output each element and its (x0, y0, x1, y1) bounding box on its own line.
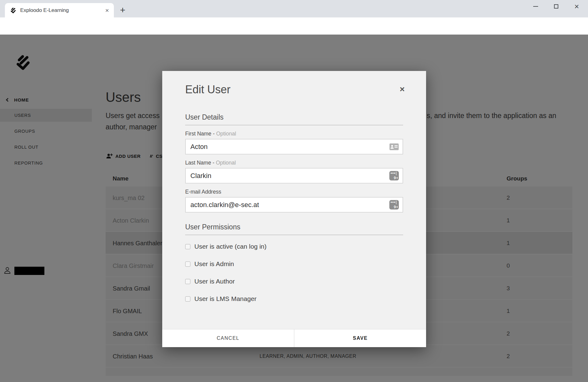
browser-tab[interactable]: Exploodo E-Learning × (5, 3, 114, 17)
checkbox-user-admin[interactable]: User is Admin (185, 260, 403, 268)
last-name-input[interactable] (190, 172, 389, 180)
exploodo-logo-icon (10, 7, 17, 14)
email-field-wrap: •••| 9+ (185, 197, 403, 213)
checkbox-label: User is LMS Manager (194, 295, 257, 302)
email-label: E-mail Address (185, 189, 403, 195)
minimize-icon (533, 6, 538, 7)
autofill-9plus-icon[interactable]: •••| 9+ (389, 171, 399, 180)
email-input[interactable] (190, 201, 389, 209)
checkbox-icon[interactable] (185, 261, 190, 267)
autofill-9plus-icon[interactable]: •••| 9+ (389, 200, 399, 210)
checkbox-user-lms-manager[interactable]: User is LMS Manager (185, 295, 403, 302)
contact-card-icon[interactable] (389, 143, 399, 150)
modal-close-icon[interactable]: × (400, 85, 405, 94)
save-button[interactable]: SAVE (294, 329, 426, 347)
new-tab-button[interactable]: + (120, 6, 125, 15)
redacted-username (14, 267, 44, 275)
browser-toolbar: ← → ↻ https://www.exploodo.com /en/users… (0, 17, 588, 35)
checkbox-label: User is Author (194, 278, 235, 285)
checkbox-user-active[interactable]: User is active (can log in) (185, 243, 403, 250)
first-name-label: First Name - Optional (185, 131, 403, 137)
first-name-input[interactable] (190, 143, 389, 151)
edit-user-modal: Edit User × User Details First Name - Op… (162, 71, 426, 347)
modal-footer: CANCEL SAVE (162, 329, 426, 347)
window-maximize-button[interactable] (546, 0, 566, 13)
checkbox-icon[interactable] (185, 279, 190, 284)
section-heading-user-permissions: User Permissions (185, 223, 403, 235)
checkbox-label: User is Admin (194, 260, 234, 268)
window-minimize-button[interactable] (526, 0, 545, 13)
cancel-button[interactable]: CANCEL (162, 329, 294, 347)
first-name-field-wrap (185, 139, 403, 154)
browser-titlebar: Exploodo E-Learning × + × (0, 0, 588, 17)
maximize-icon (554, 4, 558, 9)
checkbox-icon[interactable] (185, 296, 190, 302)
last-name-field-wrap: •••| 9+ (185, 168, 403, 184)
window-close-button[interactable]: × (567, 0, 586, 13)
checkbox-label: User is active (can log in) (194, 243, 267, 250)
modal-title: Edit User (185, 71, 403, 96)
checkbox-icon[interactable] (185, 244, 190, 249)
tab-close-icon[interactable]: × (105, 7, 109, 13)
checkbox-user-author[interactable]: User is Author (185, 278, 403, 285)
last-name-label: Last Name - Optional (185, 160, 403, 166)
tab-title: Exploodo E-Learning (20, 7, 105, 13)
app-page: HOME USERS GROUPS ROLL OUT REPORTING Use… (0, 35, 588, 382)
section-heading-user-details: User Details (185, 113, 403, 125)
close-icon: × (574, 2, 579, 10)
